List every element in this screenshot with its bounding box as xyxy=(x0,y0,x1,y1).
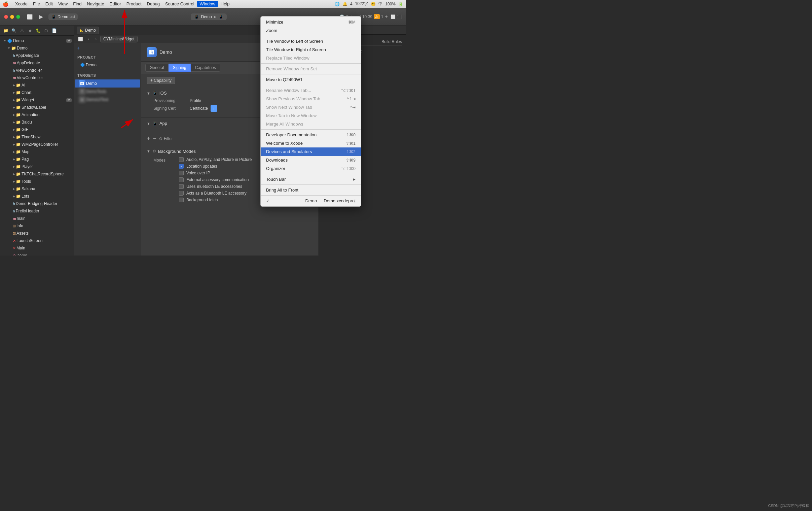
prefix-header-item[interactable]: h PrefixHeader xyxy=(1,207,73,215)
mode-accessory-checkbox[interactable] xyxy=(179,178,184,182)
target-demo-item[interactable]: 🅰 Demo xyxy=(75,79,140,87)
menu-navigate[interactable]: Navigate xyxy=(84,1,107,7)
menu-edit[interactable]: Edit xyxy=(43,1,56,7)
player-folder-item[interactable]: ▶ 📁 Player xyxy=(1,163,73,170)
menu-debug[interactable]: Debug xyxy=(144,1,163,7)
demo-window-menu-item[interactable]: ✓ Demo — Demo.xcodeproj xyxy=(261,196,361,205)
minimize-menu-item[interactable]: Minimize ⌘M xyxy=(261,18,361,26)
welcome-menu-item[interactable]: Welcome to Xcode ⇧⌘1 xyxy=(261,139,361,147)
target-uitests-item[interactable]: U DemoUITest xyxy=(75,96,140,104)
nav-breakpoint-btn[interactable]: ⬡ xyxy=(42,27,50,34)
remove-section-button[interactable]: − xyxy=(153,135,157,142)
menubar-right-section: 🌐 🔔 4 1022字 😊 中 100% 🔋 xyxy=(335,1,403,7)
move-to-monitor-menu-item[interactable]: Move to Q2490W1 xyxy=(261,75,361,84)
mode-audio-checkbox[interactable] xyxy=(179,157,184,162)
touch-bar-menu-item[interactable]: Touch Bar ▶ xyxy=(261,175,361,184)
zoom-menu-item[interactable]: Zoom xyxy=(261,26,361,35)
apple-menu[interactable]: 🍎 xyxy=(3,1,8,7)
add-section-button[interactable]: + xyxy=(147,135,150,142)
mode-voip-checkbox[interactable] xyxy=(179,171,184,176)
add-tab-button[interactable]: + xyxy=(385,14,388,20)
nav-folder-btn[interactable]: 📁 xyxy=(2,27,9,34)
gif-folder-item[interactable]: ▶ 📁 GIF xyxy=(1,126,73,133)
sakana-folder-item[interactable]: ▶ 📁 Sakana xyxy=(1,185,73,192)
timeshow-folder-item[interactable]: ▶ 📁 TimeShow xyxy=(1,133,73,141)
jump-back-button[interactable]: ‹ xyxy=(85,37,91,41)
menu-view[interactable]: View xyxy=(56,1,70,7)
main-m-item[interactable]: m main xyxy=(1,215,73,222)
minimize-button[interactable] xyxy=(10,15,14,19)
nav-debug-btn[interactable]: 🐛 xyxy=(34,27,42,34)
menu-product[interactable]: Product xyxy=(124,1,144,7)
launchscreen-item[interactable]: ✕ LaunchScreen xyxy=(1,237,73,244)
downloads-menu-item[interactable]: Downloads ⇧⌘9 xyxy=(261,156,361,164)
maximize-button[interactable] xyxy=(16,15,20,19)
destination-selector[interactable]: 📱 Demo ▶ 📱 xyxy=(191,14,227,20)
menu-file[interactable]: File xyxy=(30,1,43,7)
demo-project-tab[interactable]: 📐 Demo xyxy=(77,27,99,34)
mode-bluetooth-checkbox[interactable] xyxy=(179,184,184,189)
add-capability-btn[interactable]: + Capability xyxy=(147,77,175,84)
nav-search-btn[interactable]: 🔍 xyxy=(10,27,18,34)
assets-item[interactable]: ⊡ Assets xyxy=(1,230,73,237)
signing-tab[interactable]: Signing xyxy=(169,64,191,72)
tile-left-menu-item[interactable]: Tile Window to Left of Screen xyxy=(261,37,361,46)
sidebar-layout-button[interactable]: ⬜ xyxy=(77,35,84,43)
menu-xcode[interactable]: Xcode xyxy=(12,1,30,7)
tile-right-menu-item[interactable]: Tile Window to Right of Screen xyxy=(261,46,361,54)
project-nav-demo-item[interactable]: 🔷 Demo xyxy=(75,61,140,69)
devices-menu-item[interactable]: Devices and Simulators ⇧⌘2 xyxy=(261,147,361,156)
nav-report-btn[interactable]: 📄 xyxy=(51,27,58,34)
viewcontroller-h-item[interactable]: h ViewController xyxy=(1,66,73,74)
baidu-folder-item[interactable]: ▶ 📁 Baidu xyxy=(1,118,73,126)
menu-source-control[interactable]: Source Control xyxy=(163,1,197,7)
nav-warning-btn[interactable]: ⚠ xyxy=(18,27,26,34)
rename-tab-menu-item: Rename Window Tab... ⌥⇧⌘T xyxy=(261,86,361,95)
jump-forward-button[interactable]: › xyxy=(93,37,99,41)
widget-folder-item[interactable]: ▶ 📁 Widget M xyxy=(1,96,73,104)
mode-location-checkbox[interactable]: ✓ xyxy=(179,164,184,169)
tools-folder-item[interactable]: ▶ 📁 Tools xyxy=(1,178,73,185)
capabilities-tab[interactable]: Capabilities xyxy=(191,64,220,72)
menu-help[interactable]: Help xyxy=(218,1,232,7)
chart-folder-item[interactable]: ▶ 📁 Chart xyxy=(1,89,73,96)
close-button[interactable] xyxy=(4,15,8,19)
sidebar-toggle-button[interactable]: ⬜ xyxy=(26,13,34,21)
viewcontroller-m-item[interactable]: m ViewController xyxy=(1,74,73,81)
mode-bluetooth-act-checkbox[interactable] xyxy=(179,191,184,195)
appdelegate-m-item[interactable]: m AppDelegate xyxy=(1,59,73,66)
jump-bar-path[interactable]: CYMInlineWidget xyxy=(100,36,138,43)
shadowlabel-folder-item[interactable]: ▶ 📁 ShadowLabel xyxy=(1,104,73,111)
globe-icon: 🌐 xyxy=(335,2,340,6)
add-capability-button[interactable]: + xyxy=(74,43,141,53)
toggle-navigator-button[interactable]: ⬜ xyxy=(390,15,396,19)
wmzpage-folder-item[interactable]: ▶ 📁 WMZPageController xyxy=(1,141,73,148)
demo-folder-item[interactable]: ▼ 📁 Demo xyxy=(1,45,73,52)
menu-find[interactable]: Find xyxy=(70,1,84,7)
main-storyboard-item[interactable]: ✕ Main xyxy=(1,244,73,252)
filter-control[interactable]: ⊘ Filter xyxy=(159,136,173,141)
appdelegate-h-item[interactable]: h AppDelegate xyxy=(1,52,73,59)
demo-xcodeproj-item[interactable]: ⊙ Demo xyxy=(1,252,73,255)
tkt-folder-item[interactable]: ▶ 📁 TKTChatRecordSphere xyxy=(1,170,73,178)
bridging-header-item[interactable]: h Demo-Bridging-Header xyxy=(1,200,73,207)
map-folder-item[interactable]: ▶ 📁 Map xyxy=(1,148,73,156)
ai-folder-item[interactable]: ▶ 📁 AI xyxy=(1,81,73,89)
info-item[interactable]: ⊞ Info xyxy=(1,222,73,230)
general-tab[interactable]: General xyxy=(145,64,169,72)
bring-all-menu-item[interactable]: Bring All to Front xyxy=(261,186,361,194)
pag-folder-item[interactable]: ▶ 📁 Pag xyxy=(1,156,73,163)
organizer-menu-item[interactable]: Organizer ⌥⇧⌘0 xyxy=(261,164,361,173)
project-root-item[interactable]: ▼ 🔷 Demo M xyxy=(1,37,73,45)
mode-bgfetch-checkbox[interactable] xyxy=(179,197,184,202)
menu-editor[interactable]: Editor xyxy=(107,1,124,7)
nav-test-btn[interactable]: ◆ xyxy=(26,27,34,34)
scheme-selector[interactable]: 📱 Demo test xyxy=(49,14,78,20)
lots-folder-item[interactable]: ▶ 📁 Lots xyxy=(1,192,73,200)
toggle-inspector-button[interactable]: ⬛ xyxy=(397,15,402,19)
target-tests-item[interactable]: T DemoTests xyxy=(75,87,140,96)
run-button[interactable]: ▶ xyxy=(36,12,46,22)
menu-window[interactable]: Window xyxy=(197,1,218,7)
dev-docs-menu-item[interactable]: Developer Documentation ⇧⌘0 xyxy=(261,131,361,139)
animation-folder-item[interactable]: ▶ 📁 Animation xyxy=(1,111,73,118)
